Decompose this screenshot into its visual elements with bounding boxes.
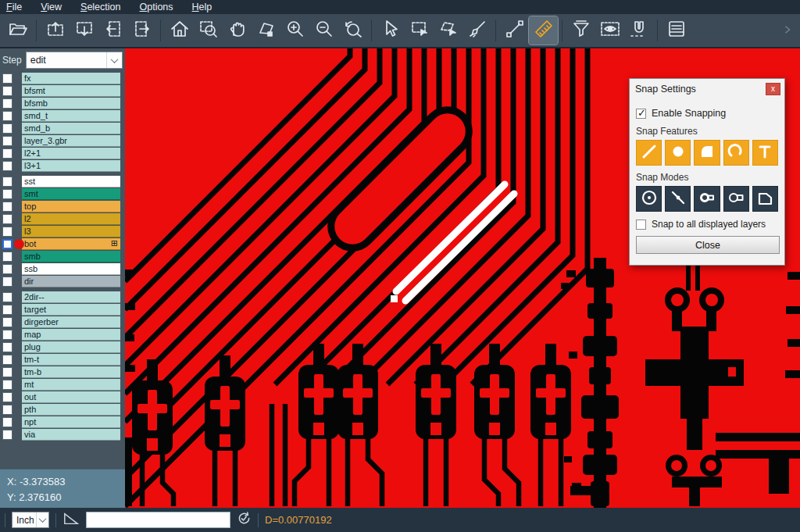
- layer-name-cell[interactable]: smb: [22, 251, 120, 262]
- layer-visibility-checkbox[interactable]: [2, 214, 12, 224]
- layer-name-cell[interactable]: l2+1: [22, 148, 120, 159]
- unit-select[interactable]: Inch: [12, 512, 49, 528]
- dialog-close-button[interactable]: x: [766, 83, 780, 95]
- snap-all-layers-checkbox[interactable]: [636, 220, 646, 230]
- layer-name-cell[interactable]: mt: [22, 379, 120, 391]
- layer-grid-icon[interactable]: ⊞: [111, 239, 118, 248]
- layer-visibility-checkbox[interactable]: [2, 405, 12, 415]
- layer-visibility-checkbox[interactable]: [2, 417, 12, 427]
- open-file-button[interactable]: [3, 16, 32, 45]
- snap-button[interactable]: [624, 16, 653, 45]
- layer-name-cell[interactable]: l3: [22, 226, 120, 237]
- layer-visibility-checkbox[interactable]: [2, 252, 12, 262]
- layer-visibility-checkbox[interactable]: [2, 392, 12, 402]
- import-bottom-button[interactable]: [70, 16, 98, 45]
- layer-visibility-checkbox[interactable]: [2, 227, 12, 237]
- menu-view[interactable]: View: [41, 2, 62, 12]
- zoom-previous-button[interactable]: [338, 16, 367, 45]
- layer-name-cell[interactable]: dirgerber: [22, 316, 120, 328]
- layer-visibility-checkbox[interactable]: [2, 111, 12, 121]
- layer-name-cell[interactable]: l3+1: [22, 160, 120, 172]
- layer-name-cell[interactable]: tm-t: [22, 354, 120, 366]
- layer-name-cell[interactable]: smd_b: [22, 123, 120, 134]
- zoom-in-button[interactable]: [280, 16, 309, 45]
- layer-name-cell[interactable]: bfsmb: [22, 98, 120, 109]
- snap-center-button[interactable]: [636, 186, 662, 212]
- layer-visibility-checkbox[interactable]: [2, 177, 12, 187]
- layer-name-cell[interactable]: map: [22, 329, 120, 341]
- layer-name-cell[interactable]: layer_3.gbr: [22, 135, 120, 147]
- snap-line-button[interactable]: [636, 140, 662, 166]
- layer-visibility-checkbox[interactable]: [2, 202, 12, 212]
- ruler-button[interactable]: [529, 16, 558, 45]
- select-button[interactable]: [376, 16, 405, 45]
- sync-check-icon[interactable]: [237, 511, 252, 529]
- layer-name-cell[interactable]: bot⊞: [22, 238, 120, 250]
- menu-options[interactable]: Options: [139, 2, 173, 12]
- toolbar-overflow-chevron[interactable]: [783, 23, 792, 37]
- layer-name-cell[interactable]: tm-b: [22, 366, 120, 378]
- menu-help[interactable]: Help: [192, 2, 212, 12]
- layer-visibility-checkbox[interactable]: [2, 317, 12, 327]
- snap-pad-button[interactable]: [665, 140, 691, 166]
- reshape-polygon-button[interactable]: [252, 16, 280, 45]
- layer-name-cell[interactable]: pth: [22, 404, 120, 416]
- layer-visibility-checkbox[interactable]: [2, 264, 12, 274]
- layer-name-cell[interactable]: plug: [22, 341, 120, 353]
- menu-selection[interactable]: Selection: [80, 2, 120, 12]
- menu-file[interactable]: File: [6, 2, 22, 12]
- layer-visibility-checkbox[interactable]: [2, 189, 12, 199]
- layer-name-cell[interactable]: fx: [22, 73, 120, 84]
- poly-select-button[interactable]: [434, 16, 462, 45]
- import-left-button[interactable]: [98, 16, 127, 45]
- snap-midpoint-button[interactable]: [665, 186, 691, 212]
- layer-visibility-checkbox[interactable]: [2, 292, 12, 302]
- layer-name-cell[interactable]: l2: [22, 213, 120, 225]
- clean-brush-button[interactable]: [462, 16, 491, 45]
- dialog-close-action-button[interactable]: Close: [636, 236, 780, 254]
- measure-button[interactable]: [500, 16, 529, 45]
- coordinate-input[interactable]: [86, 512, 230, 528]
- layer-visibility-checkbox[interactable]: [2, 305, 12, 315]
- layer-visibility-checkbox[interactable]: [2, 330, 12, 340]
- view-area-button[interactable]: [595, 16, 624, 45]
- home-view-button[interactable]: [165, 16, 194, 45]
- layer-name-cell[interactable]: bfsmt: [22, 85, 120, 97]
- snap-surface-button[interactable]: [694, 140, 720, 166]
- layer-name-cell[interactable]: top: [22, 201, 120, 212]
- layer-name-cell[interactable]: sst: [22, 176, 120, 187]
- layer-visibility-checkbox[interactable]: [2, 380, 12, 390]
- snap-arc-button[interactable]: [723, 140, 749, 166]
- pcb-canvas[interactable]: Snap Settings x Enable Snapping Snap Fea…: [125, 48, 800, 508]
- zoom-out-button[interactable]: [309, 16, 338, 45]
- layer-name-cell[interactable]: target: [22, 304, 120, 316]
- layer-name-cell[interactable]: via: [22, 429, 120, 441]
- layer-name-cell[interactable]: smd_t: [22, 110, 120, 122]
- layer-name-cell[interactable]: ssb: [22, 263, 120, 275]
- layer-visibility-checkbox[interactable]: [2, 123, 12, 134]
- layer-name-cell[interactable]: 2dir--: [22, 291, 120, 303]
- snap-contour-button[interactable]: [752, 186, 778, 212]
- zoom-window-button[interactable]: [194, 16, 223, 45]
- layer-visibility-checkbox[interactable]: [2, 148, 12, 159]
- layer-visibility-checkbox[interactable]: [2, 367, 12, 377]
- layer-visibility-checkbox[interactable]: [2, 86, 12, 96]
- snap-thermal-outline-button[interactable]: [723, 186, 749, 212]
- layer-name-cell[interactable]: dir: [22, 276, 120, 287]
- layer-visibility-checkbox[interactable]: [2, 239, 12, 249]
- layer-visibility-checkbox[interactable]: [2, 73, 12, 84]
- import-top-button[interactable]: [41, 16, 70, 45]
- snap-text-button[interactable]: [752, 140, 778, 166]
- filter-button[interactable]: [566, 16, 595, 45]
- layer-visibility-checkbox[interactable]: [2, 355, 12, 365]
- layer-name-cell[interactable]: smt: [22, 188, 120, 200]
- layer-visibility-checkbox[interactable]: [2, 430, 12, 440]
- snap-thermal-filled-button[interactable]: [694, 186, 720, 212]
- rect-select-button[interactable]: [405, 16, 434, 45]
- enable-snapping-checkbox[interactable]: [636, 109, 646, 119]
- layer-visibility-checkbox[interactable]: [2, 342, 12, 352]
- layer-name-cell[interactable]: out: [22, 391, 120, 403]
- layers-panel-button[interactable]: [662, 16, 691, 45]
- layer-visibility-checkbox[interactable]: [2, 161, 12, 171]
- import-right-button[interactable]: [127, 16, 156, 45]
